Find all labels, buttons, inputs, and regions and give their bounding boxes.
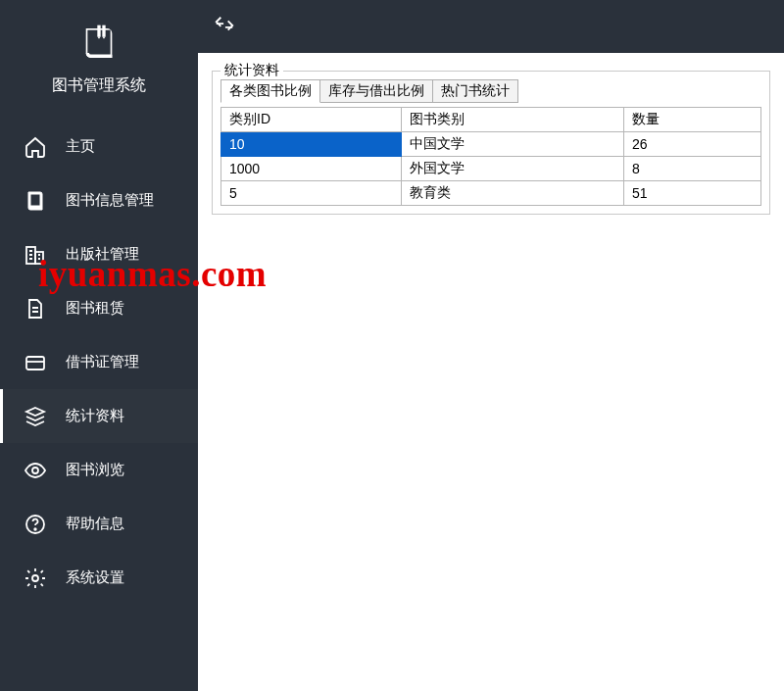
cell-category: 外国文学 (401, 157, 623, 181)
gear-icon (23, 566, 48, 591)
col-category[interactable]: 图书类别 (401, 108, 623, 132)
cell-id: 10 (221, 132, 402, 157)
home-icon (23, 134, 48, 160)
svg-rect-1 (97, 25, 100, 37)
table-row[interactable]: 5 教育类 51 (221, 181, 761, 206)
sidebar-nav: 主页 图书信息管理 出版社管理 图书租赁 借书证管理 统计资料 (0, 120, 198, 605)
svg-point-9 (34, 528, 36, 530)
cell-category: 教育类 (401, 181, 623, 206)
brand: 图书管理系统 (0, 0, 198, 114)
sidebar-item-label: 借书证管理 (66, 353, 139, 371)
main: 统计资料 各类图书比例 库存与借出比例 热门书统计 类别ID 图书类别 数量 (198, 0, 784, 691)
content: 统计资料 各类图书比例 库存与借出比例 热门书统计 类别ID 图书类别 数量 (198, 53, 784, 691)
col-id[interactable]: 类别ID (221, 108, 402, 132)
sidebar-item-book-info[interactable]: 图书信息管理 (0, 173, 198, 227)
table-row[interactable]: 10 中国文学 26 (221, 132, 761, 157)
sidebar-item-rental[interactable]: 图书租赁 (0, 281, 198, 335)
layers-icon (23, 404, 48, 429)
card-icon (23, 350, 48, 375)
sidebar-item-label: 主页 (66, 137, 95, 156)
tab-popular[interactable]: 热门书统计 (432, 79, 518, 103)
cell-count: 8 (623, 157, 760, 181)
cell-category: 中国文学 (401, 132, 623, 157)
brand-title: 图书管理系统 (52, 75, 146, 96)
group-title: 统计资料 (220, 62, 283, 79)
cell-id: 1000 (221, 157, 402, 181)
svg-rect-6 (26, 357, 44, 370)
sidebar-item-label: 统计资料 (66, 407, 124, 425)
sidebar-item-publisher[interactable]: 出版社管理 (0, 227, 198, 281)
sidebar-item-label: 图书浏览 (66, 461, 124, 479)
help-icon (23, 512, 48, 537)
tab-stock-ratio[interactable]: 库存与借出比例 (319, 79, 433, 103)
book-logo-icon (79, 24, 119, 66)
sidebar-item-label: 出版社管理 (66, 245, 139, 264)
sidebar-item-card[interactable]: 借书证管理 (0, 335, 198, 389)
svg-point-10 (32, 575, 38, 581)
sidebar-item-stats[interactable]: 统计资料 (0, 389, 198, 443)
svg-rect-2 (102, 25, 105, 37)
tab-bar: 各类图书比例 库存与借出比例 热门书统计 (220, 79, 761, 103)
book-icon (23, 188, 48, 214)
cell-count: 26 (623, 132, 760, 157)
eye-icon (23, 458, 48, 483)
sidebar-item-settings[interactable]: 系统设置 (0, 551, 198, 605)
sidebar-item-label: 帮助信息 (66, 515, 124, 533)
topbar (198, 0, 784, 53)
sidebar-item-home[interactable]: 主页 (0, 120, 198, 173)
stats-group: 统计资料 各类图书比例 库存与借出比例 热门书统计 类别ID 图书类别 数量 (212, 71, 770, 215)
svg-point-7 (32, 468, 38, 473)
col-count[interactable]: 数量 (623, 108, 760, 132)
app-root: 图书管理系统 主页 图书信息管理 出版社管理 图书租赁 借书证管理 (0, 0, 784, 691)
building-icon (23, 242, 48, 268)
sidebar-item-browse[interactable]: 图书浏览 (0, 443, 198, 497)
svg-rect-3 (30, 194, 40, 206)
sidebar: 图书管理系统 主页 图书信息管理 出版社管理 图书租赁 借书证管理 (0, 0, 198, 691)
svg-rect-5 (35, 252, 43, 264)
document-icon (23, 296, 48, 321)
cell-count: 51 (623, 181, 760, 206)
cell-id: 5 (221, 181, 402, 206)
tab-category-ratio[interactable]: 各类图书比例 (220, 79, 320, 103)
expand-collapse-icon[interactable] (214, 15, 235, 39)
sidebar-item-label: 图书信息管理 (66, 191, 154, 210)
stats-table[interactable]: 类别ID 图书类别 数量 10 中国文学 26 1000 (220, 107, 761, 206)
table-header-row: 类别ID 图书类别 数量 (221, 108, 761, 132)
sidebar-item-help[interactable]: 帮助信息 (0, 497, 198, 551)
table-row[interactable]: 1000 外国文学 8 (221, 157, 761, 181)
sidebar-item-label: 图书租赁 (66, 299, 124, 318)
sidebar-item-label: 系统设置 (66, 568, 124, 587)
